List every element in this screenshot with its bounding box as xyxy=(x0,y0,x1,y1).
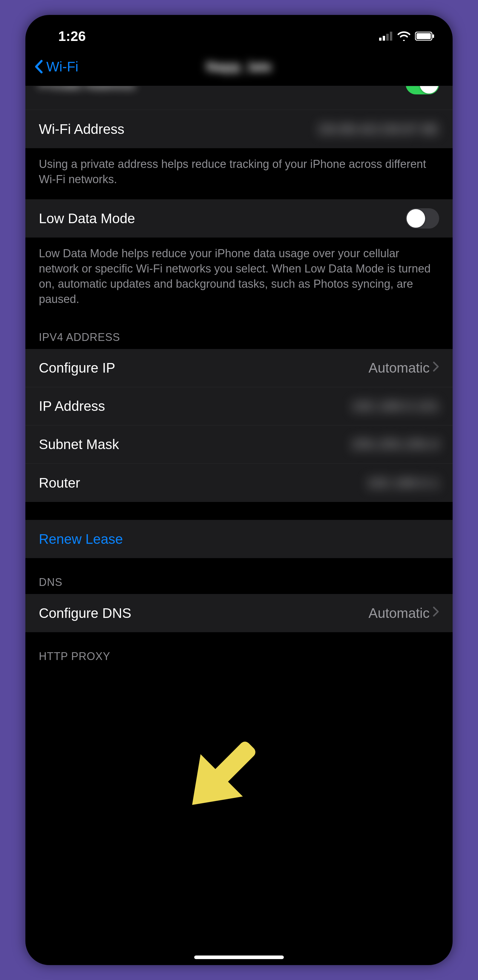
private-address-label: Private Address xyxy=(39,86,135,92)
back-label: Wi-Fi xyxy=(46,59,78,75)
row-private-address[interactable]: Private Address xyxy=(25,86,453,110)
configure-ip-label: Configure IP xyxy=(39,360,115,376)
home-indicator[interactable] xyxy=(194,956,284,959)
svg-rect-3 xyxy=(390,32,392,41)
svg-rect-7 xyxy=(207,740,258,790)
private-address-footer: Using a private address helps reduce tra… xyxy=(25,148,453,199)
svg-rect-5 xyxy=(416,33,431,39)
back-button[interactable]: Wi-Fi xyxy=(34,59,78,75)
page-title: Napp_late xyxy=(206,59,272,75)
section-header-http-proxy: HTTP PROXY xyxy=(25,632,453,668)
row-configure-ip[interactable]: Configure IP Automatic xyxy=(25,349,453,387)
svg-rect-1 xyxy=(383,36,385,41)
ip-address-value: 192.168.0.101 xyxy=(351,398,439,414)
svg-rect-6 xyxy=(433,34,434,38)
phone-screen: 1:26 Wi-Fi xyxy=(25,15,453,965)
settings-content[interactable]: Private Address Wi-Fi Address D6:88:AD:D… xyxy=(25,86,453,668)
status-time: 1:26 xyxy=(58,28,86,44)
group-gap xyxy=(25,502,453,520)
svg-rect-2 xyxy=(386,34,389,41)
row-wifi-address: Wi-Fi Address D6:88:AD:D8:87:8E xyxy=(25,110,453,148)
low-data-mode-footer: Low Data Mode helps reduce your iPhone d… xyxy=(25,237,453,319)
status-bar: 1:26 xyxy=(25,15,453,47)
chevron-right-icon xyxy=(433,606,439,620)
router-label: Router xyxy=(39,475,80,491)
chevron-left-icon xyxy=(34,60,43,73)
svg-rect-0 xyxy=(379,38,381,41)
subnet-mask-value: 255.255.255.0 xyxy=(351,436,439,452)
wifi-icon xyxy=(397,31,411,41)
annotation-arrow-icon xyxy=(166,719,273,827)
cellular-icon xyxy=(379,32,393,41)
battery-icon xyxy=(415,32,435,41)
subnet-mask-label: Subnet Mask xyxy=(39,436,119,452)
row-router: Router 192.168.0.1 xyxy=(25,464,453,502)
ip-address-label: IP Address xyxy=(39,398,105,414)
chevron-right-icon xyxy=(433,361,439,375)
low-data-mode-toggle[interactable] xyxy=(406,208,439,229)
low-data-mode-label: Low Data Mode xyxy=(39,210,135,226)
nav-bar: Wi-Fi Napp_late xyxy=(25,47,453,86)
private-address-toggle[interactable] xyxy=(406,86,439,94)
configure-dns-label: Configure DNS xyxy=(39,605,131,621)
svg-marker-8 xyxy=(171,754,243,826)
row-configure-dns[interactable]: Configure DNS Automatic xyxy=(25,594,453,632)
status-icons xyxy=(379,31,435,41)
renew-lease-button[interactable]: Renew Lease xyxy=(25,520,453,558)
wifi-address-value: D6:88:AD:D8:87:8E xyxy=(318,121,439,137)
configure-dns-value: Automatic xyxy=(368,605,430,621)
router-value: 192.168.0.1 xyxy=(367,475,439,491)
configure-ip-value: Automatic xyxy=(368,360,430,376)
row-ip-address: IP Address 192.168.0.101 xyxy=(25,387,453,425)
section-header-dns: DNS xyxy=(25,558,453,594)
section-header-ipv4: IPV4 ADDRESS xyxy=(25,319,453,349)
row-low-data-mode[interactable]: Low Data Mode xyxy=(25,199,453,237)
renew-lease-label: Renew Lease xyxy=(39,531,123,547)
row-subnet-mask: Subnet Mask 255.255.255.0 xyxy=(25,425,453,464)
wifi-address-label: Wi-Fi Address xyxy=(39,121,124,137)
